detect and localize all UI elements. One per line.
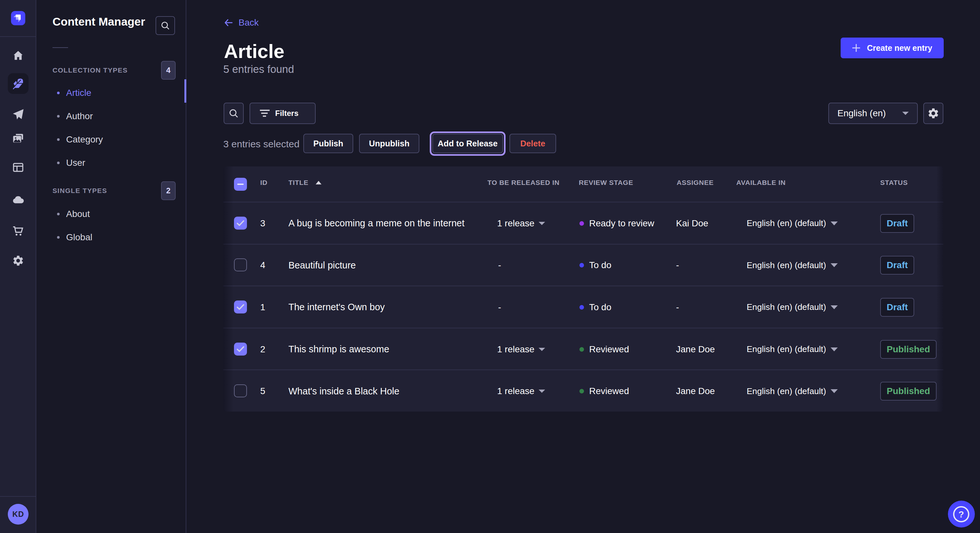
svg-text:?: ? <box>959 509 964 519</box>
